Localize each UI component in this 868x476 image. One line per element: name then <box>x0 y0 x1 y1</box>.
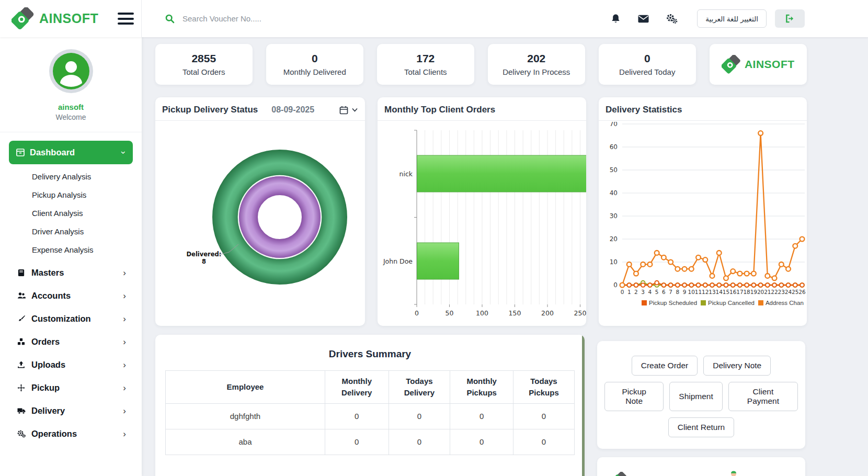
users-icon <box>16 292 27 299</box>
svg-text:50: 50 <box>610 166 618 174</box>
settings-cogs-icon[interactable] <box>666 14 678 24</box>
svg-text:10: 10 <box>688 289 695 295</box>
messages-envelope-icon[interactable] <box>638 15 649 23</box>
chevron-right-icon: › <box>123 314 126 323</box>
svg-text:5: 5 <box>655 289 659 295</box>
sidebar-item-expense-analysis[interactable]: Expense Analysis <box>9 241 133 259</box>
sidebar-item-delivery-analysis[interactable]: Delivery Analysis <box>9 167 133 186</box>
language-switch-button[interactable]: التغيير للغة العربية <box>697 9 767 28</box>
svg-text:9: 9 <box>683 289 687 295</box>
client-payment-button[interactable]: Client Payment <box>728 382 798 411</box>
svg-text:7: 7 <box>669 289 672 295</box>
svg-text:14: 14 <box>716 289 723 295</box>
sidebar-item-pickup[interactable]: Pickup› <box>9 376 133 399</box>
svg-text:1: 1 <box>627 289 631 295</box>
sidebar-item-uploads[interactable]: Uploads› <box>9 353 133 376</box>
dashboard-icon <box>16 149 25 156</box>
svg-text:4: 4 <box>648 289 652 295</box>
column-header: Monthly Delivery <box>325 371 389 404</box>
stat-delivery-in-process: 202 Delivery In Process <box>488 44 585 85</box>
svg-text:21: 21 <box>764 289 771 295</box>
crosshair-icon <box>16 384 27 392</box>
divider <box>378 120 586 121</box>
navbar-brand-area: AINSOFT <box>0 0 142 37</box>
table-header-row: Employee Monthly Delivery Todays Deliver… <box>166 371 575 404</box>
notifications-bell-icon[interactable] <box>611 14 621 24</box>
svg-text:0: 0 <box>621 289 624 295</box>
sidebar-item-delivery[interactable]: Delivery› <box>9 399 133 422</box>
monthly-top-client-orders-card: Monthly Top Client Orders nickJohn Doe05… <box>378 97 586 326</box>
client-return-button[interactable]: Client Return <box>668 417 734 437</box>
brand-name: AINSOFT <box>39 11 98 26</box>
stat-total-clients: 172 Total Clients <box>377 44 474 85</box>
chart-legend: Pickup Scheduled Pickup Cancelled Addres… <box>642 300 807 306</box>
card-title: Pickup Delivery Status <box>162 105 258 115</box>
svg-text:70: 70 <box>610 122 618 128</box>
charts-row: Pickup Delivery Status 08-09-2025 Delive… <box>155 97 868 326</box>
column-header: Todays Pickups <box>513 371 575 404</box>
user-profile: ainsoft Welcome <box>0 37 142 121</box>
sidebar-menu: Dashboard › Delivery Analysis Pickup Ana… <box>0 141 142 445</box>
delivery-statistics-card: Delivery Statistics 70605040302010001234… <box>599 97 807 326</box>
svg-text:10: 10 <box>610 258 618 266</box>
svg-text:100: 100 <box>476 309 488 317</box>
svg-text:23: 23 <box>778 289 785 295</box>
chevron-down-icon[interactable] <box>352 108 358 112</box>
calendar-icon[interactable] <box>339 106 348 115</box>
legend-label: Address Chan <box>766 300 804 306</box>
pickup-note-button[interactable]: Pickup Note <box>604 382 664 411</box>
svg-text:John Doe: John Doe <box>383 257 413 265</box>
sidebar-item-pickup-analysis[interactable]: Pickup Analysis <box>9 186 133 204</box>
sidebar-item-orders[interactable]: Orders› <box>9 330 133 353</box>
svg-text:150: 150 <box>509 309 521 317</box>
quick-actions-card: Create Order Delivery Note Pickup Note S… <box>597 341 805 449</box>
legend-swatch <box>701 300 706 305</box>
truck-icon <box>16 407 27 414</box>
svg-text:22: 22 <box>771 289 778 295</box>
table-row: dghfghth 0 0 0 0 <box>166 403 575 429</box>
card-title: Monthly Top Client Orders <box>384 105 495 115</box>
voucher-search <box>165 14 407 24</box>
delivery-note-button[interactable]: Delivery Note <box>703 356 771 376</box>
search-icon <box>165 14 175 24</box>
sidebar-item-driver-analysis[interactable]: Driver Analysis <box>9 222 133 241</box>
drivers-summary-card: Drivers Summary Employee Monthly Deliver… <box>155 335 585 476</box>
sidebar-item-accounts[interactable]: Accounts› <box>9 284 133 307</box>
date-value[interactable]: 08-09-2025 <box>271 105 314 115</box>
logout-button[interactable] <box>775 9 805 28</box>
svg-text:17: 17 <box>736 289 743 295</box>
card-title: Delivery Statistics <box>606 105 682 115</box>
svg-text:15: 15 <box>723 289 729 295</box>
sidebar-item-dashboard[interactable]: Dashboard › <box>9 141 133 164</box>
sidebar-item-customization[interactable]: Customization› <box>9 307 133 330</box>
profile-welcome: Welcome <box>0 113 142 121</box>
navbar-actions: التغيير للغة العربية <box>611 9 868 28</box>
svg-text:20: 20 <box>757 289 764 295</box>
svg-text:40: 40 <box>610 189 618 197</box>
legend-label: Pickup Cancelled <box>708 300 755 306</box>
footer-brand-logo: AINSOFT <box>612 472 671 476</box>
svg-text:20: 20 <box>610 235 618 243</box>
shipment-button[interactable]: Shipment <box>669 382 722 411</box>
search-input[interactable] <box>182 14 407 23</box>
sidebar-item-client-analysis[interactable]: Client Analysis <box>9 204 133 222</box>
cubes-icon <box>16 338 27 346</box>
create-order-button[interactable]: Create Order <box>632 356 698 376</box>
dashboard-submenu: Delivery Analysis Pickup Analysis Client… <box>9 167 133 259</box>
brand-name: AINSOFT <box>745 58 795 71</box>
sidebar-divider <box>0 132 142 132</box>
hamburger-menu-icon[interactable] <box>118 13 134 25</box>
app-logo: AINSOFT <box>12 7 98 30</box>
chevron-right-icon: › <box>123 429 126 438</box>
sidebar-item-operations[interactable]: Operations› <box>9 422 133 445</box>
profile-username: ainsoft <box>0 103 142 111</box>
svg-text:12: 12 <box>702 289 709 295</box>
gears-icon <box>16 430 27 438</box>
pickup-delivery-status-card: Pickup Delivery Status 08-09-2025 Delive… <box>155 97 365 326</box>
stat-delivered-today: 0 Delivered Today <box>599 44 696 85</box>
bottom-row: Drivers Summary Employee Monthly Deliver… <box>155 335 868 476</box>
pickup-delivery-donut-chart: Delivered:8 <box>155 121 365 324</box>
upload-icon <box>16 361 27 369</box>
delivery-statistics-line-chart: 7060504030201000123456789101112131415161… <box>599 122 807 300</box>
sidebar-item-masters[interactable]: Masters› <box>9 261 133 284</box>
